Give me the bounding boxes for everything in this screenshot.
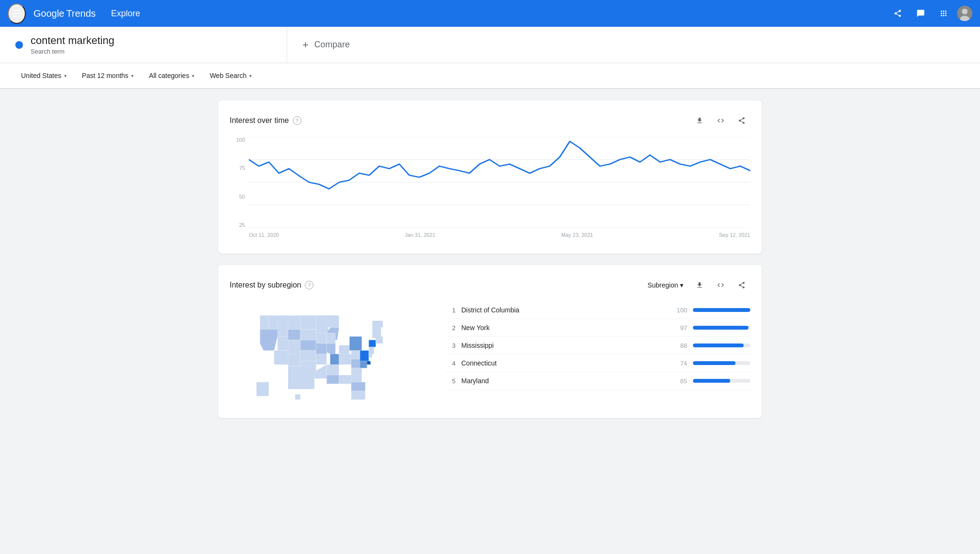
- subregion-share-button[interactable]: [733, 277, 750, 294]
- apps-button[interactable]: [934, 4, 953, 23]
- subregion-dropdown-button[interactable]: Subregion ▾: [644, 279, 687, 291]
- subregion-item-4: 4 Connecticut 74: [446, 355, 750, 372]
- svg-rect-1: [12, 13, 21, 14]
- interest-over-time-help-icon[interactable]: ?: [293, 116, 301, 125]
- interest-over-time-title: Interest over time ?: [230, 116, 301, 125]
- subregion-bar-4: [693, 361, 735, 365]
- state-michigan-upper: [327, 315, 339, 328]
- logo-google-text: Google: [33, 8, 65, 19]
- interest-over-time-header: Interest over time ?: [230, 112, 750, 129]
- state-maryland: [360, 361, 367, 368]
- state-ohio: [339, 354, 351, 365]
- category-filter-label: All categories: [149, 72, 189, 79]
- state-south-carolina: [351, 375, 362, 382]
- search-term-section: content marketing Search term: [0, 27, 287, 63]
- subregion-bar-1: [693, 308, 750, 312]
- interest-by-subregion-title-text: Interest by subregion: [230, 281, 301, 289]
- subregion-value-2: 97: [673, 324, 687, 332]
- state-nebraska: [301, 340, 316, 351]
- interest-by-subregion-title: Interest by subregion ?: [230, 281, 313, 289]
- compare-section[interactable]: + Compare: [287, 27, 980, 63]
- subregion-item-5: 5 Maryland 65: [446, 372, 750, 390]
- subregion-rank-5: 5: [446, 377, 456, 385]
- subregion-content: 1 District of Columbia 100 2 New York 97: [230, 301, 750, 407]
- state-minnesota: [316, 315, 329, 333]
- interest-over-time-card: Interest over time ?: [218, 100, 762, 254]
- user-avatar[interactable]: [957, 6, 972, 21]
- compare-plus-icon: +: [302, 39, 309, 51]
- state-hawaii: [295, 394, 301, 399]
- subregion-value-1: 100: [673, 307, 687, 314]
- interest-over-time-embed-button[interactable]: [712, 112, 729, 129]
- search-type-filter-label: Web Search: [210, 72, 246, 79]
- state-indiana: [330, 354, 339, 365]
- subregion-embed-button[interactable]: [712, 277, 729, 294]
- interest-over-time-share-button[interactable]: [733, 112, 750, 129]
- state-new-mexico: [288, 354, 301, 366]
- search-type-chevron-icon: ▾: [249, 73, 252, 78]
- x-label-sep: Sep 12, 2021: [719, 232, 750, 238]
- state-maine: [372, 321, 383, 327]
- x-label-may: May 23, 2021: [561, 232, 593, 238]
- time-range-filter-button[interactable]: Past 12 months ▾: [76, 69, 139, 82]
- term-name: content marketing: [31, 34, 114, 47]
- y-label-75: 75: [230, 165, 249, 171]
- interest-over-time-chart: 100 75 50 25 Oct 11,: [230, 137, 750, 242]
- state-georgia: [351, 382, 365, 391]
- filters-bar: United States ▾ Past 12 months ▾ All cat…: [0, 63, 980, 89]
- subregion-download-button[interactable]: [691, 277, 708, 294]
- interest-over-time-download-button[interactable]: [691, 112, 708, 129]
- location-chevron-icon: ▾: [64, 73, 67, 78]
- state-tennessee: [327, 365, 339, 375]
- state-south-dakota: [301, 330, 316, 340]
- interest-by-subregion-help-icon[interactable]: ?: [305, 281, 313, 289]
- location-filter-label: United States: [21, 72, 61, 79]
- state-new-hampshire: [372, 330, 381, 334]
- state-arizona: [274, 351, 288, 365]
- subregion-bar-2: [693, 326, 748, 330]
- feedback-button[interactable]: [911, 4, 930, 23]
- compare-label: Compare: [314, 40, 350, 50]
- state-wisconsin: [327, 333, 335, 343]
- explore-label: Explore: [111, 9, 140, 19]
- time-range-chevron-icon: ▾: [131, 73, 134, 78]
- state-louisiana: [314, 365, 327, 378]
- subregion-rank-3: 3: [446, 342, 456, 349]
- category-filter-button[interactable]: All categories ▾: [143, 69, 200, 82]
- state-north-carolina: [351, 368, 362, 375]
- subregion-rank-2: 2: [446, 324, 456, 332]
- subregion-name-3: Mississippi: [461, 342, 667, 349]
- app-header: Google Trends Explore: [0, 0, 980, 27]
- subregion-bar-container-3: [693, 343, 750, 347]
- state-kansas: [301, 351, 316, 361]
- search-term-dot: [15, 41, 23, 49]
- subregion-chevron-icon: ▾: [680, 281, 683, 289]
- state-missouri: [316, 343, 327, 354]
- state-colorado: [288, 340, 301, 354]
- location-filter-button[interactable]: United States ▾: [15, 69, 72, 82]
- subregion-item-2: 2 New York 97: [446, 319, 750, 337]
- search-type-filter-button[interactable]: Web Search ▾: [204, 69, 257, 82]
- interest-by-subregion-card: Interest by subregion ? Subregion ▾: [218, 265, 762, 418]
- time-range-filter-label: Past 12 months: [82, 72, 128, 79]
- state-west-virginia: [351, 351, 360, 359]
- x-label-oct: Oct 11, 2020: [249, 232, 279, 238]
- y-label-25: 25: [230, 222, 249, 228]
- interest-by-subregion-header: Interest by subregion ? Subregion ▾: [230, 277, 750, 294]
- subregion-header-right: Subregion ▾: [644, 277, 750, 294]
- subregion-dropdown-label: Subregion: [647, 281, 678, 289]
- search-bar-container: content marketing Search term + Compare: [0, 27, 980, 63]
- subregion-bar-container-2: [693, 326, 750, 330]
- share-button[interactable]: [888, 4, 907, 23]
- state-pennsylvania: [349, 336, 362, 350]
- subregion-name-4: Connecticut: [461, 359, 667, 367]
- state-kentucky: [339, 345, 349, 354]
- google-trends-logo[interactable]: Google Trends: [33, 8, 96, 19]
- subregion-item-1: 1 District of Columbia 100: [446, 301, 750, 319]
- hamburger-menu-button[interactable]: [8, 3, 26, 24]
- state-florida: [351, 391, 365, 399]
- state-iowa: [316, 333, 327, 343]
- state-texas: [288, 366, 314, 389]
- chart-y-axis: 100 75 50 25: [230, 137, 249, 228]
- subregion-value-3: 88: [673, 342, 687, 349]
